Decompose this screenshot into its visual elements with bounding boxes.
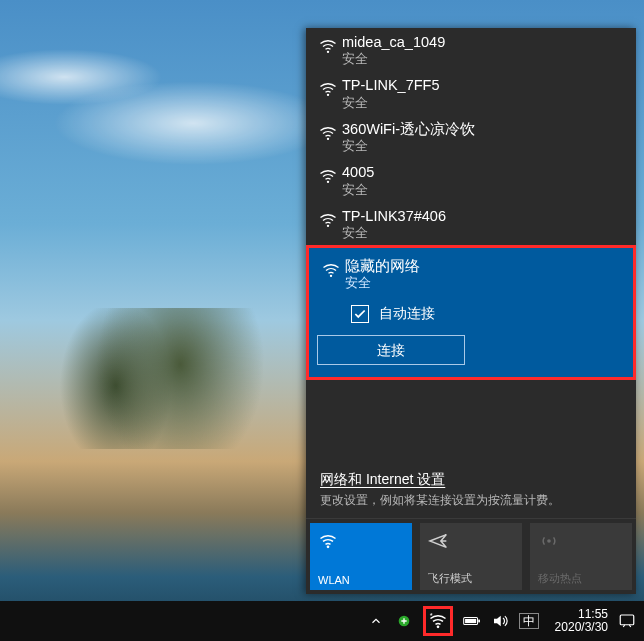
network-settings-desc: 更改设置，例如将某连接设置为按流量计费。: [306, 491, 636, 518]
wifi-ssid: midea_ca_1049: [342, 34, 624, 51]
wifi-ssid: TP-LINK37#406: [342, 208, 624, 225]
svg-text:*: *: [429, 611, 432, 620]
wifi-network-text: TP-LINK37#406 安全: [342, 208, 624, 241]
wifi-network-item[interactable]: TP-LINK_7FF5 安全: [306, 71, 636, 114]
wifi-icon: [314, 210, 342, 230]
wifi-network-list: midea_ca_1049 安全 TP-LINK_7FF5 安全 360WiFi…: [306, 28, 636, 461]
auto-connect-label: 自动连接: [379, 305, 435, 323]
hotspot-tile[interactable]: 移动热点: [530, 523, 632, 590]
wifi-network-text: TP-LINK_7FF5 安全: [342, 77, 624, 110]
svg-point-7: [547, 539, 551, 543]
wifi-icon: [314, 36, 342, 56]
taskbar: * 中 11:55 2020/3/30: [0, 601, 644, 641]
wifi-network-item-selected[interactable]: 隐藏的网络 安全 自动连接 连接: [306, 245, 636, 380]
clock-date: 2020/3/30: [555, 621, 608, 634]
wlan-tile[interactable]: WLAN: [310, 523, 412, 590]
ime-indicator[interactable]: 中: [519, 613, 539, 629]
wifi-ssid: TP-LINK_7FF5: [342, 77, 624, 94]
wifi-network-text: 4005 安全: [342, 164, 624, 197]
svg-rect-12: [478, 620, 480, 623]
svg-point-1: [327, 94, 329, 96]
wifi-icon: [318, 529, 404, 553]
airplane-icon: [428, 529, 514, 553]
battery-icon[interactable]: [463, 612, 481, 630]
wlan-tile-label: WLAN: [318, 574, 404, 586]
volume-icon[interactable]: [491, 612, 509, 630]
quick-action-row: WLAN 飞行模式 移动热点: [306, 518, 636, 594]
auto-connect-row[interactable]: 自动连接: [351, 305, 435, 323]
wifi-ssid: 360WiFi-透心凉冷饮: [342, 121, 624, 138]
wifi-ssid: 隐藏的网络: [345, 258, 621, 275]
wifi-security-label: 安全: [342, 226, 624, 241]
wifi-icon: [314, 79, 342, 99]
tray-app-icon[interactable]: [395, 612, 413, 630]
wifi-icon: [314, 123, 342, 143]
wifi-network-text: midea_ca_1049 安全: [342, 34, 624, 67]
wifi-security-label: 安全: [342, 139, 624, 154]
auto-connect-checkbox[interactable]: [351, 305, 369, 323]
airplane-mode-tile[interactable]: 飞行模式: [420, 523, 522, 590]
airplane-tile-label: 飞行模式: [428, 571, 514, 586]
svg-point-5: [330, 275, 332, 277]
wifi-ssid: 4005: [342, 164, 624, 181]
network-flyout-panel: midea_ca_1049 安全 TP-LINK_7FF5 安全 360WiFi…: [306, 28, 636, 594]
svg-rect-14: [620, 615, 634, 625]
svg-point-6: [327, 546, 330, 549]
hotspot-icon: [538, 529, 624, 553]
hotspot-tile-label: 移动热点: [538, 571, 624, 586]
wifi-icon: [317, 260, 345, 280]
wifi-icon: [314, 166, 342, 186]
taskbar-clock[interactable]: 11:55 2020/3/30: [555, 608, 608, 633]
wifi-network-item[interactable]: 4005 安全: [306, 158, 636, 201]
svg-point-4: [327, 224, 329, 226]
svg-point-9: [436, 626, 439, 629]
wifi-network-text: 隐藏的网络 安全: [345, 258, 621, 291]
wifi-security-label: 安全: [342, 183, 624, 198]
wifi-security-label: 安全: [342, 52, 624, 67]
system-tray: * 中 11:55 2020/3/30: [367, 606, 636, 636]
connect-row: 连接: [317, 335, 465, 365]
tray-overflow-chevron-icon[interactable]: [367, 612, 385, 630]
svg-rect-13: [465, 619, 476, 623]
svg-point-2: [327, 137, 329, 139]
network-settings-link[interactable]: 网络和 Internet 设置: [306, 461, 636, 491]
connect-button[interactable]: 连接: [317, 335, 465, 365]
wifi-security-label: 安全: [345, 276, 621, 291]
svg-point-0: [327, 51, 329, 53]
wifi-network-text: 360WiFi-透心凉冷饮 安全: [342, 121, 624, 154]
wifi-network-item[interactable]: 360WiFi-透心凉冷饮 安全: [306, 115, 636, 158]
wifi-selected-header: 隐藏的网络 安全: [317, 258, 621, 291]
wifi-network-item[interactable]: midea_ca_1049 安全: [306, 28, 636, 71]
svg-point-3: [327, 181, 329, 183]
action-center-icon[interactable]: [618, 612, 636, 630]
wifi-network-item[interactable]: TP-LINK37#406 安全: [306, 202, 636, 245]
wifi-security-label: 安全: [342, 96, 624, 111]
tray-wifi-button[interactable]: *: [423, 606, 453, 636]
